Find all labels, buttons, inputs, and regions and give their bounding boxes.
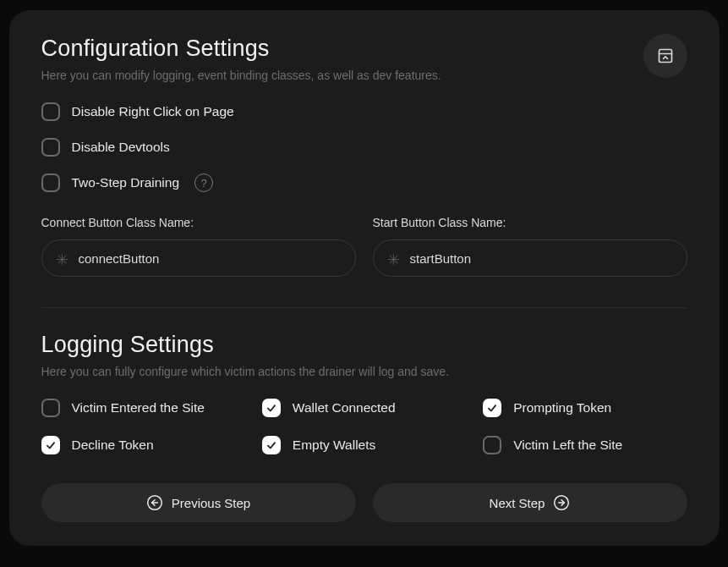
collapse-icon (657, 47, 674, 64)
checkbox-wallet-connected[interactable] (262, 399, 281, 417)
option-label: Two-Step Draining (72, 175, 180, 190)
log-item-victim-left: Victim Left the Site (483, 436, 687, 454)
log-item-decline-token: Decline Token (41, 436, 245, 454)
option-two-step-draining: Two-Step Draining ? (41, 173, 687, 192)
connect-input[interactable] (79, 251, 340, 266)
settings-card: Configuration Settings Here you can modi… (9, 10, 720, 546)
arrow-right-circle-icon (553, 494, 570, 511)
config-subtitle: Here you can modify logging, event bindi… (41, 69, 441, 82)
log-label: Wallet Connected (293, 400, 396, 416)
start-input[interactable] (410, 251, 671, 266)
connect-field: Connect Button Class Name: ✳ (41, 216, 356, 277)
checkbox-victim-entered[interactable] (41, 399, 60, 417)
check-icon (486, 402, 498, 414)
class-name-inputs: Connect Button Class Name: ✳ Start Butto… (41, 216, 687, 277)
check-icon (265, 439, 277, 451)
log-label: Empty Wallets (293, 438, 375, 453)
divider (41, 307, 687, 308)
start-field: Start Button Class Name: ✳ (373, 216, 687, 277)
checkbox-decline-token[interactable] (41, 436, 60, 454)
help-icon[interactable]: ? (194, 173, 213, 192)
logging-grid: Victim Entered the Site Wallet Connected… (41, 399, 687, 454)
nav-buttons: Previous Step Next Step (41, 483, 687, 522)
checkbox-disable-devtools[interactable] (41, 138, 60, 157)
checkbox-two-step-draining[interactable] (41, 173, 60, 192)
option-label: Disable Right Click on Page (72, 104, 234, 119)
start-label: Start Button Class Name: (373, 216, 687, 229)
connect-label: Connect Button Class Name: (41, 216, 356, 229)
log-item-victim-entered: Victim Entered the Site (41, 399, 245, 417)
next-button[interactable]: Next Step (373, 483, 687, 522)
config-header: Configuration Settings Here you can modi… (41, 36, 687, 82)
required-icon: ✳ (387, 252, 400, 267)
logging-subtitle: Here you can fully configure which victi… (41, 365, 687, 378)
previous-button[interactable]: Previous Step (41, 483, 356, 522)
check-icon (265, 402, 277, 414)
start-input-wrap: ✳ (373, 239, 687, 277)
checkbox-victim-left[interactable] (483, 436, 501, 454)
connect-input-wrap: ✳ (41, 239, 356, 277)
option-label: Disable Devtools (72, 140, 170, 155)
checkbox-empty-wallets[interactable] (262, 436, 281, 454)
log-item-empty-wallets: Empty Wallets (262, 436, 466, 454)
option-disable-devtools: Disable Devtools (41, 138, 687, 157)
log-label: Victim Entered the Site (72, 400, 205, 416)
checkbox-prompting-token[interactable] (483, 399, 501, 417)
logging-title: Logging Settings (41, 332, 687, 358)
option-disable-right-click: Disable Right Click on Page (41, 102, 687, 121)
check-icon (45, 439, 57, 451)
log-label: Decline Token (72, 438, 154, 453)
log-item-wallet-connected: Wallet Connected (262, 399, 466, 417)
log-label: Prompting Token (513, 400, 611, 416)
log-item-prompting-token: Prompting Token (483, 399, 687, 417)
arrow-left-circle-icon (146, 494, 163, 511)
checkbox-disable-right-click[interactable] (41, 102, 60, 121)
svg-rect-0 (659, 50, 671, 63)
next-label: Next Step (490, 496, 545, 510)
previous-label: Previous Step (172, 496, 250, 510)
config-title: Configuration Settings (41, 36, 441, 62)
required-icon: ✳ (56, 252, 68, 267)
log-label: Victim Left the Site (513, 438, 622, 453)
collapse-button[interactable] (643, 34, 687, 78)
